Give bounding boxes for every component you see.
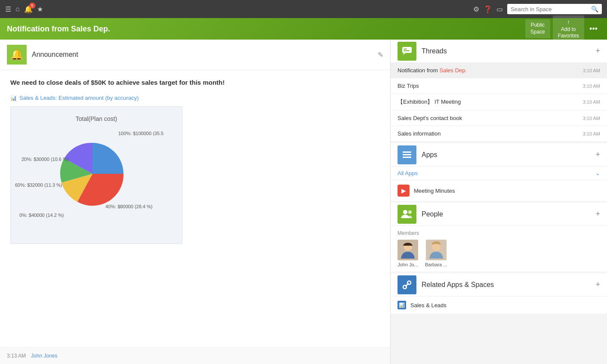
svg-rect-4 <box>403 151 411 153</box>
content-body: We need to close deals of $50K to achiev… <box>0 70 390 347</box>
edit-icon[interactable]: ✎ <box>378 51 383 59</box>
related-title: Related Apps & Spaces <box>422 281 595 289</box>
apps-add-button[interactable]: + <box>595 150 600 159</box>
announcement-icon-wrap: 🔔 <box>7 45 27 65</box>
related-icon-wrap <box>397 275 416 294</box>
members-label: Members <box>397 230 600 236</box>
right-sidebar: Threads + Notification from Sales Dep. 3… <box>391 40 607 364</box>
thread-item-0[interactable]: Notification from Sales Dep. 3:10 AM <box>391 63 607 78</box>
threads-header: Threads + <box>391 40 607 63</box>
member-list: John Jo... Barbara ... <box>397 240 600 267</box>
svg-point-13 <box>403 285 407 289</box>
apps-grid-icon <box>402 150 412 160</box>
meeting-minutes-icon: ▶ <box>397 185 410 197</box>
bell-icon: 🔔 <box>10 49 23 61</box>
thread-time-1: 3:10 AM <box>583 83 600 89</box>
people-section: People + Members <box>391 203 607 271</box>
related-item-0[interactable]: 📊 Sales & Leads <box>391 296 607 314</box>
main-layout: 🔔 Announcement ✎ We need to close deals … <box>0 40 607 364</box>
member-avatar-0 <box>397 240 418 260</box>
threads-add-button[interactable]: + <box>595 46 600 56</box>
search-box: 🔍 <box>507 4 602 14</box>
threads-icon <box>401 46 413 57</box>
favorites-icon[interactable]: ★ <box>37 5 43 13</box>
settings-icon[interactable]: ⚙ <box>473 5 479 13</box>
member-item-0[interactable]: John Jo... <box>397 240 418 267</box>
chart-link-icon: 📊 <box>10 95 17 101</box>
member-item-1[interactable]: Barbara ... <box>425 240 447 267</box>
svg-point-8 <box>408 210 412 214</box>
favorites-label: Favorites <box>558 33 579 40</box>
tablet-icon[interactable]: ▭ <box>496 5 503 13</box>
svg-rect-5 <box>403 154 411 155</box>
public-label: Public <box>530 22 545 29</box>
header-actions: Public Space ↑ Add to Favorites ••• <box>525 15 600 42</box>
thread-item-1[interactable]: Biz Trips 3:10 AM <box>391 78 607 94</box>
add-to-label: Add to <box>561 26 576 33</box>
pie-label-0: 0%: $40000 (14.2 %) <box>19 213 64 218</box>
top-nav: ☰ ⌂ 🔔 5 ★ ⚙ ❓ ▭ 🔍 <box>0 0 607 18</box>
people-group-icon <box>401 209 413 220</box>
add-icon: ↑ <box>567 18 570 26</box>
public-space-button[interactable]: Public Space <box>525 19 550 38</box>
svg-rect-6 <box>403 157 411 158</box>
home-icon[interactable]: ⌂ <box>15 5 20 13</box>
main-message: We need to close deals of $50K to achiev… <box>10 79 380 86</box>
chart-link[interactable]: 📊 Sales & Leads: Estimated amount (by ac… <box>10 95 380 101</box>
page-title: Notification from Sales Dep. <box>7 25 110 34</box>
chart-container: Total(Plan cost) <box>10 106 182 244</box>
female-avatar-icon <box>426 240 447 260</box>
search-icon[interactable]: 🔍 <box>591 6 598 12</box>
help-icon[interactable]: ❓ <box>484 5 492 13</box>
add-favorites-button[interactable]: ↑ Add to Favorites <box>553 15 584 42</box>
apps-section: Apps + All Apps ⌄ ▶ Meeting Minutes <box>391 143 607 201</box>
related-name-0: Sales & Leads <box>410 302 447 308</box>
svg-point-14 <box>407 281 411 284</box>
announcement-title: Announcement <box>32 51 378 59</box>
related-section: Related Apps & Spaces + 📊 Sales & Leads <box>391 273 607 314</box>
apps-icon-wrap <box>397 145 416 164</box>
member-name-0: John Jo... <box>397 262 418 267</box>
people-add-button[interactable]: + <box>595 210 600 219</box>
announcement-header: 🔔 Announcement ✎ <box>0 40 390 70</box>
people-header: People + <box>391 203 607 226</box>
svg-marker-1 <box>403 53 406 55</box>
search-input[interactable] <box>511 6 589 12</box>
notification-badge: 5 <box>29 3 35 9</box>
page-header: Notification from Sales Dep. Public Spac… <box>0 18 607 40</box>
thread-name-0: Notification from Sales Dep. <box>397 67 467 74</box>
pie-chart-area: 100%: $100000 (35.5 40%: $80000 (28.4 %)… <box>19 126 174 230</box>
pie-chart-svg <box>58 139 127 208</box>
thread-name-1: Biz Trips <box>397 83 419 89</box>
thread-name-2: 【Exhibition】 IT Meeting <box>397 98 461 106</box>
thread-time-4: 3:10 AM <box>583 131 600 136</box>
svg-point-7 <box>403 210 407 214</box>
apps-all-dropdown[interactable]: All Apps ⌄ <box>391 167 607 180</box>
member-name-1: Barbara ... <box>425 262 447 267</box>
all-apps-label: All Apps <box>397 170 418 176</box>
menu-icon[interactable]: ☰ <box>5 5 11 13</box>
more-button[interactable]: ••• <box>587 22 600 36</box>
related-add-button[interactable]: + <box>595 280 600 289</box>
threads-icon-wrap <box>397 42 416 61</box>
chart-title: Total(Plan cost) <box>19 115 173 122</box>
pie-label-20: 20%: $30000 (10.6 %) <box>22 157 68 162</box>
footer-meta: 3:13 AM John Jones <box>0 347 390 364</box>
thread-item-3[interactable]: Sales Dept's contact book 3:10 AM <box>391 111 607 126</box>
post-time: 3:13 AM <box>7 353 26 359</box>
chart-link-text: Sales & Leads: Estimated amount (by accu… <box>19 95 139 101</box>
notification-wrapper: 🔔 5 <box>24 5 33 13</box>
sales-leads-icon: 📊 <box>397 301 406 309</box>
nav-left-icons: ☰ ⌂ 🔔 5 ★ ⚙ ❓ ▭ <box>5 5 503 13</box>
thread-item-4[interactable]: Sales information 3:10 AM <box>391 126 607 142</box>
pie-label-40: 40%: $80000 (28.4 %) <box>105 204 152 209</box>
post-author[interactable]: John Jones <box>31 353 57 359</box>
thread-item-2[interactable]: 【Exhibition】 IT Meeting 3:10 AM <box>391 94 607 111</box>
threads-list: Notification from Sales Dep. 3:10 AM Biz… <box>391 63 607 142</box>
apps-item-0[interactable]: ▶ Meeting Minutes <box>391 180 607 201</box>
pie-label-100: 100%: $100000 (35.5 <box>118 131 163 136</box>
pie-label-60: 60%: $32000 (11.3 %) <box>15 182 62 188</box>
people-members: Members John Jo... <box>391 226 607 271</box>
male-avatar-icon <box>397 240 418 260</box>
thread-name-4: Sales information <box>397 130 441 137</box>
